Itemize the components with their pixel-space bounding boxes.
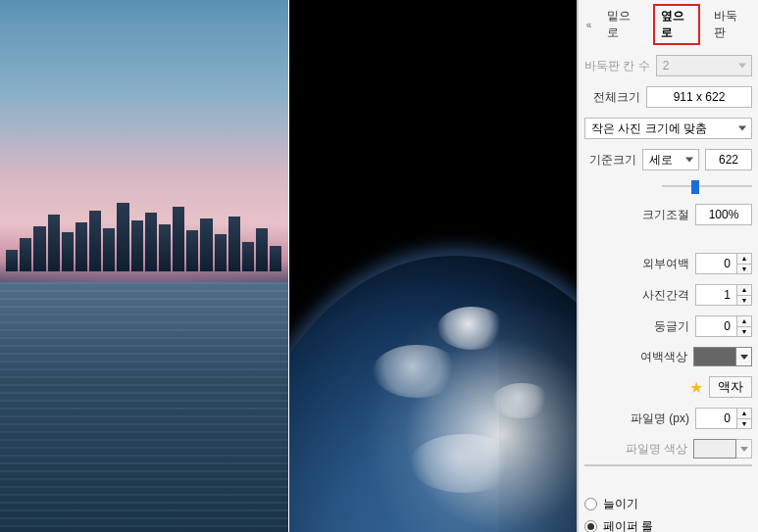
roundness-label: 둥글기 <box>654 318 689 335</box>
image-slot-1 <box>0 0 288 532</box>
grid-count-label: 바둑판 칸 수 <box>584 58 650 74</box>
roundness-spinner[interactable]: ▲▼ <box>736 315 752 337</box>
bgcolor-swatch[interactable] <box>693 347 736 366</box>
tab-grid[interactable]: 바둑판 <box>708 6 752 43</box>
photo-gap-input[interactable] <box>695 284 736 306</box>
fncolor-swatch <box>693 439 736 459</box>
base-size-slider[interactable] <box>662 178 752 194</box>
radio-stretch[interactable]: 늘이기 <box>584 496 752 512</box>
outer-margin-spinner[interactable]: ▲▼ <box>736 253 752 274</box>
base-size-value[interactable] <box>705 149 752 170</box>
filename-spinner[interactable]: ▲▼ <box>736 408 752 429</box>
total-size-label: 전체크기 <box>593 89 640 106</box>
image-slot-2 <box>288 0 578 532</box>
radio-paper-roll-label: 페이퍼 롤 <box>603 518 653 532</box>
scale-label: 크기조절 <box>642 207 689 223</box>
preview-canvas <box>0 0 578 532</box>
star-icon: ★ <box>689 378 703 397</box>
tabs-scroll-left[interactable]: « <box>584 20 593 30</box>
side-panel: « 밑으로 옆으로 바둑판 바둑판 칸 수 전체크기 기준크기 <box>578 0 758 532</box>
fncolor-label: 파일명 색상 <box>626 441 687 458</box>
filename-label: 파일명 (px) <box>631 411 689 427</box>
bgcolor-dropdown[interactable] <box>736 347 752 366</box>
outer-margin-label: 외부여백 <box>642 256 689 272</box>
scale-value[interactable] <box>695 204 752 225</box>
base-size-label: 기준크기 <box>589 152 636 169</box>
outer-margin-input[interactable] <box>695 253 736 274</box>
base-orient-select[interactable] <box>642 149 699 170</box>
bgcolor-label: 여백색상 <box>640 349 687 365</box>
filename-input[interactable] <box>695 408 736 429</box>
radio-paper-roll[interactable]: 페이퍼 롤 <box>584 518 752 532</box>
filename-preview <box>584 464 752 466</box>
tab-below[interactable]: 밑으로 <box>601 6 645 43</box>
grid-count-select <box>656 55 752 76</box>
fncolor-dropdown <box>736 439 752 459</box>
photo-gap-spinner[interactable]: ▲▼ <box>736 284 752 306</box>
roundness-input[interactable] <box>695 315 736 337</box>
photo-gap-label: 사진간격 <box>642 287 689 304</box>
radio-stretch-label: 늘이기 <box>603 496 638 512</box>
fit-mode-select[interactable] <box>584 118 752 139</box>
frame-button[interactable]: 액자 <box>709 376 752 398</box>
tab-side[interactable]: 옆으로 <box>653 4 701 45</box>
total-size-value <box>646 86 752 108</box>
